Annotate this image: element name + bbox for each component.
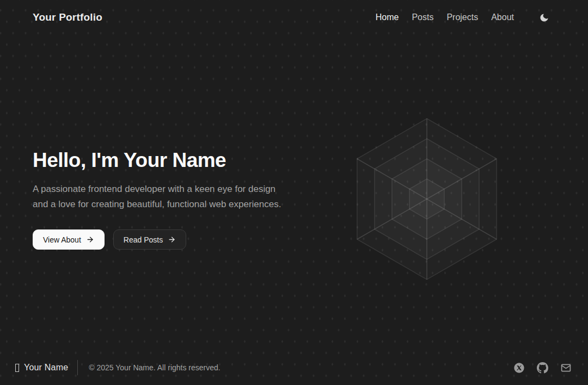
hero-subtitle: A passionate frontend developer with a k… <box>33 182 283 212</box>
footer-divider <box>77 360 78 375</box>
mail-social-link[interactable] <box>560 362 572 374</box>
read-posts-button[interactable]: Read Posts <box>113 229 186 250</box>
footer: Your Name © 2025 Your Name. All rights r… <box>0 350 588 385</box>
footer-social-links <box>513 362 572 374</box>
x-social-link[interactable] <box>513 362 525 374</box>
arrow-right-icon <box>168 235 176 244</box>
github-icon <box>537 362 548 374</box>
mail-icon <box>560 362 572 374</box>
hero-title: Hello, I'm Your Name <box>33 148 283 172</box>
x-icon <box>513 362 525 374</box>
arrow-right-icon <box>86 235 94 244</box>
nav-link-home[interactable]: Home <box>376 13 399 22</box>
nav-link-posts[interactable]: Posts <box>412 13 433 22</box>
view-about-label: View About <box>43 236 81 244</box>
brand-title[interactable]: Your Portfolio <box>33 11 102 23</box>
hexagon-decoration <box>345 117 509 281</box>
hero-text-block: Hello, I'm Your Name A passionate fronte… <box>33 148 283 250</box>
theme-toggle-button[interactable] <box>537 10 551 24</box>
footer-left: Your Name © 2025 Your Name. All rights r… <box>15 360 220 375</box>
main-nav: Home Posts Projects About <box>376 10 551 24</box>
missing-glyph-icon <box>15 364 19 372</box>
portfolio-page: Your Portfolio Home Posts Projects About… <box>0 0 588 385</box>
footer-copyright: © 2025 Your Name. All rights reserved. <box>89 363 220 372</box>
nav-link-about[interactable]: About <box>491 13 514 22</box>
footer-name: Your Name <box>24 363 68 372</box>
header: Your Portfolio Home Posts Projects About <box>0 0 588 35</box>
read-posts-label: Read Posts <box>124 236 163 244</box>
moon-icon <box>539 13 549 23</box>
hero-actions: View About Read Posts <box>33 229 283 250</box>
view-about-button[interactable]: View About <box>33 229 105 250</box>
nav-link-projects[interactable]: Projects <box>446 13 478 22</box>
github-social-link[interactable] <box>536 362 548 374</box>
hero-section: Hello, I'm Your Name A passionate fronte… <box>0 35 588 350</box>
